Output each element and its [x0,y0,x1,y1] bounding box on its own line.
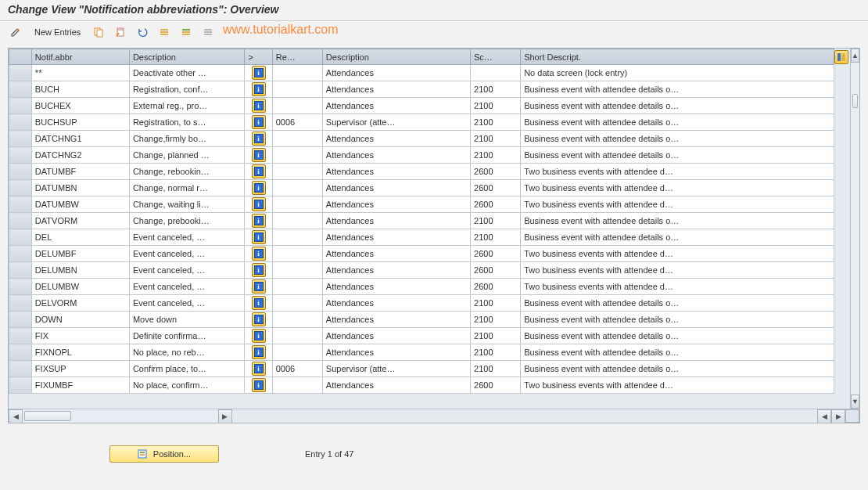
cell-short[interactable]: Two business events with attendee d… [521,164,834,180]
cell-desc2[interactable]: Attendances [322,312,470,328]
cell-desc2[interactable]: Attendances [322,344,470,361]
cell-desc2[interactable]: Supervisor (atte… [322,114,470,131]
new-entries-button[interactable]: New Entries [30,26,85,38]
cell-re[interactable] [272,312,322,328]
cell-sc[interactable]: 2100 [471,344,521,361]
cell-short[interactable]: Two business events with attendee d… [521,246,834,262]
info-icon[interactable]: i [252,378,266,392]
cell-re[interactable]: 0006 [272,114,322,131]
cell-abbr[interactable]: DELUMBF [31,246,129,262]
cell-short[interactable]: Business event with attendee details o… [521,312,834,328]
scroll-track[interactable] [851,63,859,395]
cell-desc1[interactable]: Confirm place, to… [129,361,245,377]
cell-desc2[interactable]: Attendances [322,164,470,180]
info-icon[interactable]: i [252,296,266,310]
row-selector[interactable] [9,65,32,81]
cell-desc2[interactable]: Attendances [322,377,470,394]
row-selector[interactable] [9,81,32,98]
cell-re[interactable] [272,246,322,262]
scroll-track-h[interactable] [23,409,218,423]
cell-abbr[interactable]: FIXSUP [31,361,129,377]
cell-desc1[interactable]: Event canceled, … [129,246,245,262]
cell-short[interactable]: Business event with attendee details o… [521,98,834,114]
row-selector[interactable] [9,164,32,180]
select-block-icon[interactable] [178,24,195,40]
row-selector[interactable] [9,114,32,131]
cell-short[interactable]: No data screen (lock entry) [521,65,834,81]
cell-desc1[interactable]: Change, waiting li… [129,196,245,213]
table-row[interactable]: DELEvent canceled, …iAttendances2100Busi… [9,229,834,246]
col-abbr[interactable]: Notif.abbr [31,49,129,65]
info-icon[interactable]: i [252,66,266,80]
table-row[interactable]: DATVORMChange, prebooki…iAttendances2100… [9,213,834,229]
row-selector[interactable] [9,262,32,279]
cell-re[interactable] [272,81,322,98]
cell-desc2[interactable]: Attendances [322,279,470,295]
col-selector[interactable] [9,49,32,65]
cell-sc[interactable]: 2100 [471,213,521,229]
cell-sc[interactable]: 2100 [471,328,521,344]
info-icon[interactable]: i [252,99,266,113]
cell-short[interactable]: Two business events with attendee d… [521,196,834,213]
cell-sc[interactable]: 2600 [471,262,521,279]
cell-desc2[interactable]: Attendances [322,180,470,196]
cell-re[interactable] [272,180,322,196]
cell-short[interactable]: Business event with attendee details o… [521,213,834,229]
cell-re[interactable] [272,229,322,246]
row-selector[interactable] [9,180,32,196]
cell-short[interactable]: Business event with attendee details o… [521,229,834,246]
table-row[interactable]: DELVORMEvent canceled, …iAttendances2100… [9,295,834,312]
cell-short[interactable]: Business event with attendee details o… [521,344,834,361]
cell-re[interactable] [272,65,322,81]
cell-abbr[interactable]: FIXNOPL [31,344,129,361]
info-icon[interactable]: i [252,197,266,211]
info-icon[interactable]: i [252,214,266,228]
cell-desc1[interactable]: Event canceled, … [129,229,245,246]
info-icon[interactable]: i [252,362,266,376]
info-icon[interactable]: i [252,82,266,96]
cell-desc2[interactable]: Supervisor (atte… [322,361,470,377]
scroll-left-button[interactable]: ◀ [9,409,23,423]
cell-desc1[interactable]: Event canceled, … [129,295,245,312]
cell-re[interactable] [272,213,322,229]
info-icon[interactable]: i [252,115,266,129]
vertical-scrollbar[interactable]: ▲ ▼ [850,49,859,409]
info-icon[interactable]: i [252,230,266,244]
cell-desc2[interactable]: Attendances [322,147,470,164]
cell-abbr[interactable]: BUCHEX [31,98,129,114]
info-icon[interactable]: i [252,329,266,343]
cell-short[interactable]: Business event with attendee details o… [521,147,834,164]
cell-re[interactable] [272,295,322,312]
cell-abbr[interactable]: DATUMBN [31,180,129,196]
cell-sc[interactable]: 2600 [471,196,521,213]
cell-desc2[interactable]: Attendances [322,65,470,81]
cell-abbr[interactable]: DATCHNG2 [31,147,129,164]
cell-desc2[interactable]: Attendances [322,295,470,312]
cell-desc2[interactable]: Attendances [322,213,470,229]
cell-sc[interactable]: 2100 [471,98,521,114]
row-selector[interactable] [9,229,32,246]
info-icon[interactable]: i [252,312,266,326]
position-button[interactable]: Position... [109,445,219,463]
cell-abbr[interactable]: DEL [31,229,129,246]
cell-abbr[interactable]: DATUMBF [31,164,129,180]
table-row[interactable]: DATUMBNChange, normal r…iAttendances2600… [9,180,834,196]
table-row[interactable]: FIXNOPLNo place, no reb…iAttendances2100… [9,344,834,361]
cell-desc1[interactable]: Registration, conf… [129,81,245,98]
cell-short[interactable]: Business event with attendee details o… [521,131,834,147]
cell-sc[interactable]: 2600 [471,164,521,180]
cell-desc1[interactable]: Registration, to s… [129,114,245,131]
cell-short[interactable]: Two business events with attendee d… [521,180,834,196]
table-row[interactable]: DATUMBWChange, waiting li…iAttendances26… [9,196,834,213]
table-row[interactable]: BUCHEXExternal reg., pro…iAttendances210… [9,98,834,114]
cell-sc[interactable]: 2100 [471,361,521,377]
cell-re[interactable] [272,344,322,361]
row-selector[interactable] [9,196,32,213]
cell-abbr[interactable]: DATUMBW [31,196,129,213]
cell-desc1[interactable]: No place, no reb… [129,344,245,361]
cell-desc2[interactable]: Attendances [322,196,470,213]
cell-desc2[interactable]: Attendances [322,229,470,246]
row-selector[interactable] [9,344,32,361]
row-selector[interactable] [9,328,32,344]
col-desc2[interactable]: Description [322,49,470,65]
